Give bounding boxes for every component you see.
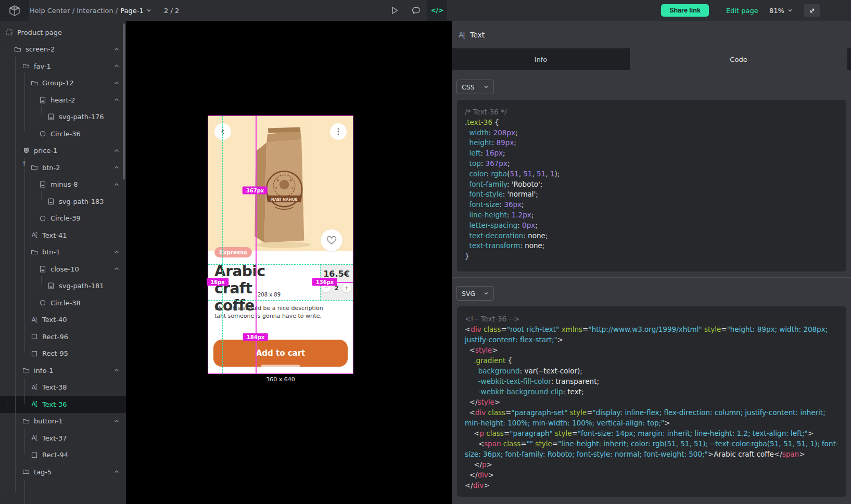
chevron-down-icon [484,291,489,296]
fullscreen-button[interactable] [804,4,820,17]
share-link-button[interactable]: Share link [661,4,709,17]
quantity-value: 2 [334,285,338,292]
chevron-up-icon[interactable] [113,469,120,475]
layer-item-minus-8[interactable]: minus-8 [0,176,126,193]
layer-label: Circle-36 [50,130,81,138]
text-icon: A[ [31,316,38,324]
chevron-up-icon[interactable] [113,182,120,188]
layer-item-text-41[interactable]: A[Text-41 [0,227,126,244]
product-tag[interactable]: Expresso [214,247,252,257]
layer-item-btn-1[interactable]: btn-1 [0,244,126,261]
comment-button[interactable] [406,0,426,21]
svg-code-block[interactable]: <!-- Text-36 --><div class="root rich-te… [457,306,846,497]
chevron-down-icon [146,8,151,13]
rect-icon [31,350,38,357]
layer-item-svg-path-176[interactable]: svg-path-176 [0,109,126,126]
design-tool-app: Help Center / Interaction / Page-1 2 / 2… [0,0,851,504]
layer-item-screen-2[interactable]: screen-2 [0,41,126,58]
breadcrumb-current-page[interactable]: Page-1 [120,7,143,15]
phone-screen-frame[interactable]: NABI NAHUE Expresso Arabic craft coffe 2… [208,116,353,373]
screen-size-label: 360 x 640 [208,376,353,383]
layer-item-fav-1[interactable]: fav-1 [0,58,126,75]
chevron-up-icon[interactable] [113,46,120,53]
chevron-up-icon[interactable] [113,63,120,69]
home-indicator [261,365,300,367]
chevron-up-icon[interactable] [113,80,120,86]
folder-icon [22,468,30,475]
layer-item-rect-96[interactable]: Rect-96 [0,328,126,345]
zoom-level-control[interactable]: 81% [769,0,793,21]
zoom-level-value: 81% [769,7,784,15]
layer-item-text-38[interactable]: A[Text-38 [0,379,126,396]
layer-item-text-37[interactable]: A[Text-37 [0,430,126,447]
code-line: size: 36px; font-family: Roboto; font-st… [465,449,839,459]
back-button[interactable] [214,123,231,140]
layer-item-heart-2[interactable]: heart-2 [0,92,126,109]
layer-item-circle-38[interactable]: Circle-38 [0,294,126,312]
plus-button[interactable]: + [342,283,351,292]
layers-sidebar: Product pagescreen-2fav-1Group-12heart-2… [0,21,126,504]
layer-label: price-1 [34,147,57,154]
layer-item-price-1[interactable]: price-1 [0,143,126,160]
layer-item-btn-2[interactable]: btn-2 [0,159,126,176]
breadcrumb[interactable]: Help Center / Interaction / Page-1 [30,0,151,21]
description-line1: Well, this should be a nice description [214,305,323,312]
edit-page-link[interactable]: Edit page [726,0,758,21]
code-line: </div> [465,480,839,490]
layer-label: heart-2 [50,96,75,104]
chevron-up-icon[interactable] [113,249,120,255]
circle-icon [39,130,46,137]
app-logo[interactable] [0,0,29,21]
layer-item-rect-94[interactable]: Rect-94 [0,447,126,464]
layer-item-svg-path-183[interactable]: svg-path-183 [0,193,126,210]
svg-icon [39,181,46,188]
layer-item-tag-5[interactable]: tag-5 [0,463,126,481]
layer-label: svg-path-183 [59,198,104,205]
layer-item-info-1[interactable]: info-1 [0,362,126,379]
section-divider [452,277,851,278]
layer-item-text-40[interactable]: A[Text-40 [0,312,126,329]
layer-item-text-36[interactable]: A[Text-36 [0,396,126,413]
price-box: 16.5€ − 2 + [320,264,353,300]
code-line: <div class="root rich-text" xmlns="http:… [465,324,839,334]
code-line: <span class="" style="line-height: inher… [465,438,839,449]
layer-item-product page[interactable]: Product page [0,24,126,41]
layer-label: Text-40 [42,316,67,324]
layer-item-circle-36[interactable]: Circle-36 [0,125,126,143]
chevron-up-icon[interactable] [113,97,120,103]
add-to-cart-button[interactable]: Add to cart [213,340,348,367]
layer-label: Text-41 [42,231,67,239]
layer-item-button-1[interactable]: button-1 [0,413,126,430]
quantity-stepper: − 2 + [320,283,353,292]
css-code-block[interactable]: /* Text-36 */.text-36 { width: 208px; he… [457,100,846,272]
layer-item-rect-95[interactable]: Rect-95 [0,345,126,363]
minus-button[interactable]: − [322,283,331,292]
layer-item-close-10[interactable]: close-10 [0,261,126,278]
code-mode-button[interactable]: </> [427,0,447,21]
rect-icon [31,451,38,459]
layer-item-circle-39[interactable]: Circle-39 [0,210,126,227]
svg-dropdown-value: SVG [462,290,475,298]
chevron-up-icon[interactable] [113,266,120,272]
css-format-dropdown[interactable]: CSS [456,80,494,94]
sidebar-scrollbar[interactable] [123,23,125,179]
chevron-up-icon[interactable] [113,367,120,373]
svg-format-dropdown[interactable]: SVG [456,286,494,301]
layer-item-group-12[interactable]: Group-12 [0,75,126,92]
chevron-up-icon[interactable] [113,148,120,154]
play-button[interactable] [385,0,404,21]
chevron-up-icon[interactable] [113,164,120,171]
tab-code[interactable]: Code [630,48,847,70]
css-dropdown-value: CSS [462,83,475,91]
tab-info[interactable]: Info [452,48,630,70]
folder-icon [22,418,30,425]
layer-tree: Product pagescreen-2fav-1Group-12heart-2… [0,21,126,481]
code-line: color: rgba(51, 51, 51, 1); [465,169,839,179]
layer-item-svg-path-181[interactable]: svg-path-181 [0,278,126,295]
design-canvas[interactable]: NABI NAHUE Expresso Arabic craft coffe 2… [126,21,452,504]
more-options-button[interactable] [330,123,347,140]
favorite-button[interactable] [321,229,342,251]
chevron-up-icon[interactable] [113,418,120,424]
svg-icon [47,198,55,205]
code-line: width: 208px; [465,128,839,138]
